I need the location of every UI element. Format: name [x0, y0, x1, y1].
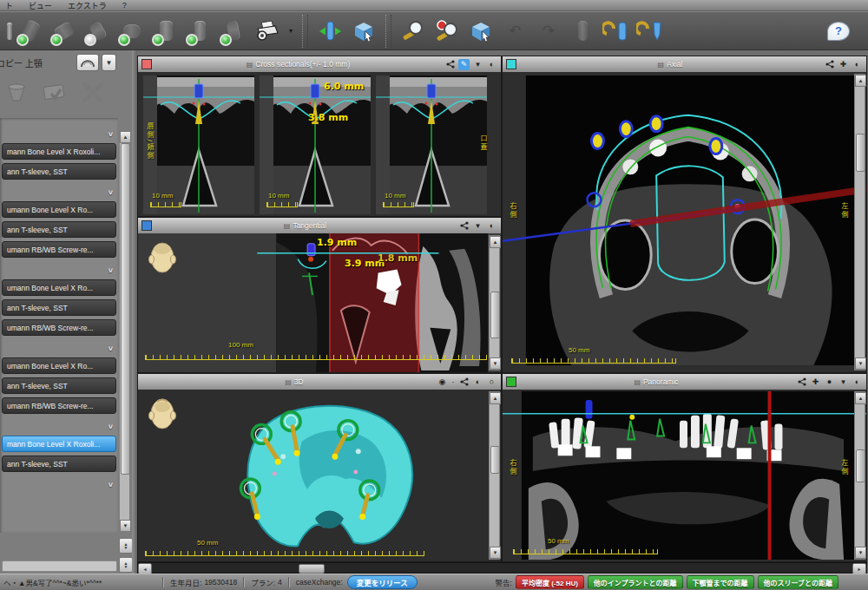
- maximize-icon[interactable]: ◐: [486, 220, 497, 232]
- add-implant-icon[interactable]: [314, 15, 345, 48]
- pan-icon[interactable]: ✚: [810, 377, 821, 388]
- scroll-up-icon[interactable]: ▲: [490, 392, 501, 404]
- help-icon[interactable]: ?: [823, 15, 854, 48]
- cross-header[interactable]: ▤Cross sectionals(+/- 1.0 mm) ✎ ▾ ◐: [138, 56, 501, 73]
- box-select-icon[interactable]: [465, 15, 496, 48]
- validate-item-button[interactable]: [40, 78, 69, 108]
- jaw-select-button[interactable]: [76, 54, 99, 71]
- sidebar-hscrollbar[interactable]: [2, 560, 117, 572]
- sidebar-scrollbar[interactable]: ▲ ▼: [119, 130, 130, 533]
- scroll-up-icon[interactable]: ▲: [120, 131, 131, 143]
- sleeve-tool-icon[interactable]: [116, 15, 148, 48]
- tangential-ct-image[interactable]: [138, 233, 501, 372]
- main-hscrollbar[interactable]: ◂ ▸: [137, 562, 867, 574]
- scroll-up-icon[interactable]: ▲: [855, 75, 866, 87]
- select-box-icon[interactable]: [348, 15, 379, 48]
- print-icon[interactable]: [252, 15, 283, 48]
- partial-tool-icon[interactable]: [0, 15, 12, 48]
- jaw-dropdown-button[interactable]: ▼: [102, 54, 116, 71]
- stepper-control[interactable]: ▲▼: [119, 538, 133, 554]
- maximize-icon[interactable]: ○: [486, 377, 497, 388]
- group-header[interactable]: ˅: [2, 421, 116, 432]
- remove-all-button[interactable]: [78, 78, 108, 108]
- list-item-implant[interactable]: umann Bone Level X Ro...: [2, 201, 116, 218]
- delete-item-button[interactable]: [2, 78, 31, 108]
- screw-tool-icon[interactable]: [184, 15, 215, 48]
- group-header[interactable]: ˅: [2, 128, 116, 140]
- scrollbar-thumb[interactable]: [121, 143, 130, 475]
- release-changes-button[interactable]: 変更をリリース: [347, 575, 418, 589]
- measure-density-icon[interactable]: [431, 15, 463, 48]
- scan-tool-icon[interactable]: [82, 15, 114, 48]
- scroll-down-icon[interactable]: ▼: [490, 547, 501, 559]
- scroll-down-icon[interactable]: ▼: [490, 357, 501, 370]
- group-header[interactable]: ˅: [2, 479, 116, 490]
- scroll-up-icon[interactable]: ▲: [490, 236, 501, 248]
- axial-header[interactable]: ▤Axial ✚ ◐: [503, 56, 866, 73]
- record-icon[interactable]: ●: [824, 377, 835, 388]
- group-header[interactable]: ˅: [2, 265, 116, 276]
- scroll-up-icon[interactable]: ▲: [855, 392, 866, 404]
- maximize-icon[interactable]: ◐: [852, 59, 863, 70]
- scrollbar-thumb[interactable]: [490, 446, 500, 474]
- list-item-sleeve[interactable]: ann T-sleeve, SST: [2, 377, 116, 394]
- panoramic-ct-image[interactable]: [503, 390, 866, 561]
- bone-tool-icon[interactable]: [218, 15, 249, 48]
- scroll-down-icon[interactable]: ▼: [120, 520, 131, 532]
- sleeve-link-icon[interactable]: [601, 15, 632, 48]
- list-item-sleeve[interactable]: ann T-sleeve, SST: [2, 163, 116, 180]
- dropdown-icon[interactable]: ▾: [472, 220, 483, 232]
- list-item-implant[interactable]: umann Bone Level X Ro...: [2, 357, 116, 374]
- dropdown-icon[interactable]: ▾: [472, 59, 483, 70]
- tangential-content[interactable]: 1.9 mm 3.9 mm 1.8 mm 100 mm ▲ ▼: [138, 233, 501, 372]
- tangential-header[interactable]: ▤Tangential ▾ ◐: [138, 218, 501, 234]
- cylinder-tool-icon[interactable]: [150, 15, 181, 48]
- redo-icon[interactable]: ↷: [533, 15, 564, 48]
- axial-ct-image[interactable]: [503, 72, 866, 372]
- tangential-scrollbar[interactable]: ▲ ▼: [489, 235, 500, 370]
- axial-content[interactable]: 右側 左側 50 mm ▲ ▼: [503, 72, 866, 372]
- drill-icon[interactable]: [567, 15, 598, 48]
- 3d-model-image[interactable]: [138, 390, 501, 561]
- implant-tool-icon[interactable]: [15, 15, 46, 48]
- list-item-implant[interactable]: mann Bone Level X Roxoli...: [2, 143, 116, 160]
- scroll-down-icon[interactable]: ▼: [855, 357, 866, 370]
- share-icon[interactable]: [458, 220, 470, 232]
- list-item-screw[interactable]: umann RB/WB Screw-re...: [2, 319, 116, 336]
- implant-link-icon[interactable]: [635, 15, 666, 48]
- menu-item-extras[interactable]: エクストラ: [68, 0, 107, 11]
- undo-icon[interactable]: ↶: [499, 15, 530, 48]
- scrollbar-thumb[interactable]: [856, 449, 865, 482]
- list-item-sleeve[interactable]: ann T-sleeve, SST: [2, 456, 116, 472]
- list-item-screw[interactable]: umann RB/WB Screw-re...: [2, 397, 116, 414]
- panoramic-header[interactable]: ▤Panoramic ✚ ● ▾ ◐: [503, 374, 866, 390]
- 3d-scrollbar[interactable]: ▲ ▼: [489, 391, 500, 560]
- maximize-icon[interactable]: ◐: [852, 377, 863, 388]
- list-item-implant-selected[interactable]: mann Bone Level X Roxoli...: [2, 436, 116, 452]
- dot-icon[interactable]: ·: [450, 377, 456, 388]
- list-item-screw[interactable]: umann RB/WB Screw-re...: [2, 241, 116, 258]
- scrollbar-thumb[interactable]: [490, 292, 500, 338]
- panoramic-scrollbar[interactable]: ▲ ▼: [854, 391, 865, 560]
- list-item-sleeve[interactable]: ann T-sleeve, SST: [2, 299, 116, 316]
- maximize-icon[interactable]: ◐: [486, 59, 497, 70]
- axial-scrollbar[interactable]: ▲ ▼: [854, 74, 865, 370]
- panoramic-content[interactable]: 右側 左側 50 mm ▲ ▼: [503, 390, 866, 561]
- group-header[interactable]: ˅: [2, 187, 116, 198]
- share-icon[interactable]: [444, 59, 456, 70]
- eye-icon[interactable]: ◉: [437, 377, 448, 388]
- dropdown-icon[interactable]: ▾: [838, 377, 849, 388]
- pan-icon[interactable]: ✚: [838, 59, 849, 70]
- 3d-header[interactable]: ▤3D ◉ · ◐ ○: [138, 374, 501, 390]
- 3d-content[interactable]: 50 mm ▲ ▼: [138, 390, 501, 561]
- list-item-sleeve[interactable]: ann T-sleeve, SST: [2, 221, 116, 238]
- menu-item-help[interactable]: ?: [122, 1, 127, 10]
- share-icon[interactable]: [824, 59, 835, 70]
- menu-item-view[interactable]: ビュー: [29, 0, 52, 11]
- share-icon[interactable]: [796, 377, 807, 388]
- abutment-tool-icon[interactable]: [49, 15, 80, 48]
- edit-pencil-icon[interactable]: ✎: [458, 59, 470, 70]
- toolbar-dropdown-icon[interactable]: ▼: [286, 15, 296, 48]
- group-header[interactable]: ˅: [2, 343, 116, 354]
- menu-item-0[interactable]: ト: [5, 0, 13, 11]
